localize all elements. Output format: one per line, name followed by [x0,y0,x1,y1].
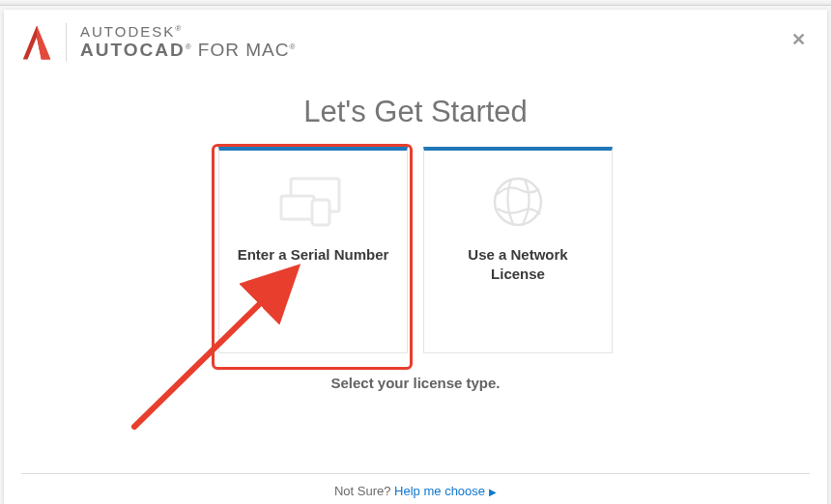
svg-rect-2 [312,200,330,225]
divider [66,23,67,62]
help-choose-link[interactable]: Help me choose [394,484,485,498]
option-label: Enter a Serial Number [220,245,407,265]
footer: Not Sure? Help me choose▶ [21,473,810,498]
license-options: Enter a Serial Number Use a Network Lice… [218,147,613,353]
caret-right-icon: ▶ [489,487,497,497]
svg-rect-1 [281,196,314,219]
option-serial-number[interactable]: Enter a Serial Number [218,147,408,353]
option-label: Use a Network License [424,245,612,283]
brand-line-1: AUTODESK® [80,24,296,41]
autocad-logo-icon [21,24,52,61]
dialog-window: AUTODESK® AUTOCAD® FOR MAC® ✕ Let's Get … [4,10,827,504]
devices-icon [272,172,355,232]
product-name: AUTOCAD [80,40,186,60]
subtitle: Select your license type. [330,375,500,391]
product-variant: FOR MAC [192,40,290,60]
network-globe-icon [492,172,544,232]
brand-line-2: AUTOCAD® FOR MAC® [80,41,296,61]
main-content: Let's Get Started Enter a Serial Number [4,62,827,473]
close-icon[interactable]: ✕ [791,31,806,48]
window-titlebar [0,0,831,6]
option-network-license[interactable]: Use a Network License [423,147,613,353]
brand-text: AUTODESK® AUTOCAD® FOR MAC® [80,24,296,60]
svg-point-3 [495,179,541,225]
page-title: Let's Get Started [303,95,528,129]
footer-prompt: Not Sure? [334,484,391,498]
header: AUTODESK® AUTOCAD® FOR MAC® ✕ [4,10,827,62]
brand-name: AUTODESK [80,23,175,40]
